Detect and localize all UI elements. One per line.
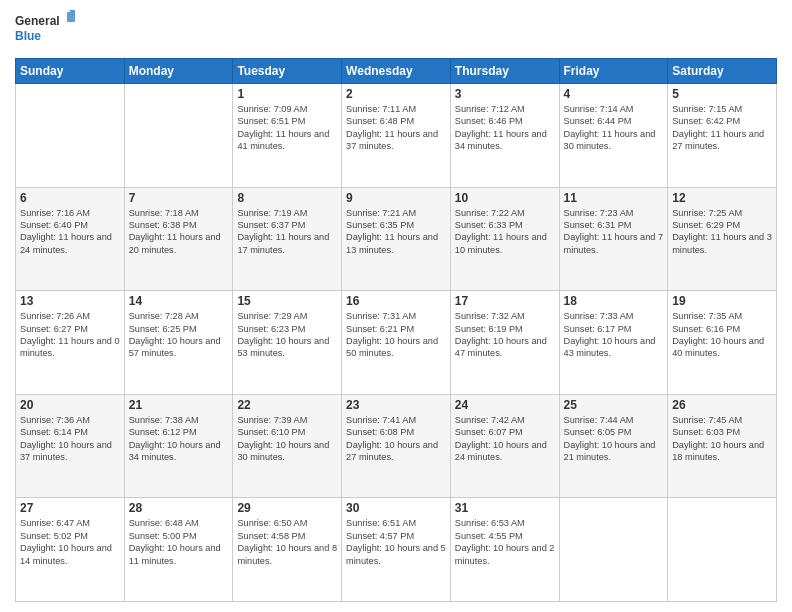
header: General Blue xyxy=(15,10,777,50)
day-number: 30 xyxy=(346,501,446,515)
day-info: Sunrise: 6:53 AM Sunset: 4:55 PM Dayligh… xyxy=(455,517,555,567)
day-info: Sunrise: 7:29 AM Sunset: 6:23 PM Dayligh… xyxy=(237,310,337,360)
day-number: 2 xyxy=(346,87,446,101)
calendar-week-4: 20Sunrise: 7:36 AM Sunset: 6:14 PM Dayli… xyxy=(16,394,777,498)
day-number: 28 xyxy=(129,501,229,515)
day-number: 24 xyxy=(455,398,555,412)
day-info: Sunrise: 7:35 AM Sunset: 6:16 PM Dayligh… xyxy=(672,310,772,360)
calendar-cell: 29Sunrise: 6:50 AM Sunset: 4:58 PM Dayli… xyxy=(233,498,342,602)
day-info: Sunrise: 7:12 AM Sunset: 6:46 PM Dayligh… xyxy=(455,103,555,153)
calendar-cell: 19Sunrise: 7:35 AM Sunset: 6:16 PM Dayli… xyxy=(668,291,777,395)
day-number: 26 xyxy=(672,398,772,412)
day-info: Sunrise: 7:42 AM Sunset: 6:07 PM Dayligh… xyxy=(455,414,555,464)
weekday-header-saturday: Saturday xyxy=(668,59,777,84)
weekday-header-thursday: Thursday xyxy=(450,59,559,84)
logo: General Blue xyxy=(15,10,75,50)
calendar-cell: 2Sunrise: 7:11 AM Sunset: 6:48 PM Daylig… xyxy=(342,84,451,188)
page: General Blue SundayMondayTuesdayWednesda… xyxy=(0,0,792,612)
day-info: Sunrise: 7:39 AM Sunset: 6:10 PM Dayligh… xyxy=(237,414,337,464)
calendar-cell: 24Sunrise: 7:42 AM Sunset: 6:07 PM Dayli… xyxy=(450,394,559,498)
calendar-cell: 6Sunrise: 7:16 AM Sunset: 6:40 PM Daylig… xyxy=(16,187,125,291)
day-info: Sunrise: 7:23 AM Sunset: 6:31 PM Dayligh… xyxy=(564,207,664,257)
day-number: 29 xyxy=(237,501,337,515)
day-info: Sunrise: 7:33 AM Sunset: 6:17 PM Dayligh… xyxy=(564,310,664,360)
day-info: Sunrise: 7:25 AM Sunset: 6:29 PM Dayligh… xyxy=(672,207,772,257)
day-info: Sunrise: 7:21 AM Sunset: 6:35 PM Dayligh… xyxy=(346,207,446,257)
day-number: 6 xyxy=(20,191,120,205)
day-number: 18 xyxy=(564,294,664,308)
day-number: 3 xyxy=(455,87,555,101)
day-info: Sunrise: 6:48 AM Sunset: 5:00 PM Dayligh… xyxy=(129,517,229,567)
calendar-cell: 5Sunrise: 7:15 AM Sunset: 6:42 PM Daylig… xyxy=(668,84,777,188)
calendar-cell: 14Sunrise: 7:28 AM Sunset: 6:25 PM Dayli… xyxy=(124,291,233,395)
calendar-cell: 1Sunrise: 7:09 AM Sunset: 6:51 PM Daylig… xyxy=(233,84,342,188)
weekday-header-sunday: Sunday xyxy=(16,59,125,84)
day-number: 15 xyxy=(237,294,337,308)
day-number: 20 xyxy=(20,398,120,412)
calendar-cell: 30Sunrise: 6:51 AM Sunset: 4:57 PM Dayli… xyxy=(342,498,451,602)
day-info: Sunrise: 7:31 AM Sunset: 6:21 PM Dayligh… xyxy=(346,310,446,360)
day-info: Sunrise: 6:50 AM Sunset: 4:58 PM Dayligh… xyxy=(237,517,337,567)
calendar-cell: 12Sunrise: 7:25 AM Sunset: 6:29 PM Dayli… xyxy=(668,187,777,291)
day-info: Sunrise: 7:45 AM Sunset: 6:03 PM Dayligh… xyxy=(672,414,772,464)
day-number: 21 xyxy=(129,398,229,412)
calendar-cell: 20Sunrise: 7:36 AM Sunset: 6:14 PM Dayli… xyxy=(16,394,125,498)
calendar-cell: 17Sunrise: 7:32 AM Sunset: 6:19 PM Dayli… xyxy=(450,291,559,395)
calendar-cell xyxy=(668,498,777,602)
calendar-cell: 15Sunrise: 7:29 AM Sunset: 6:23 PM Dayli… xyxy=(233,291,342,395)
day-info: Sunrise: 7:19 AM Sunset: 6:37 PM Dayligh… xyxy=(237,207,337,257)
calendar-cell: 25Sunrise: 7:44 AM Sunset: 6:05 PM Dayli… xyxy=(559,394,668,498)
day-number: 13 xyxy=(20,294,120,308)
calendar-cell xyxy=(16,84,125,188)
day-info: Sunrise: 7:18 AM Sunset: 6:38 PM Dayligh… xyxy=(129,207,229,257)
calendar-cell: 7Sunrise: 7:18 AM Sunset: 6:38 PM Daylig… xyxy=(124,187,233,291)
weekday-header-wednesday: Wednesday xyxy=(342,59,451,84)
day-info: Sunrise: 7:26 AM Sunset: 6:27 PM Dayligh… xyxy=(20,310,120,360)
day-info: Sunrise: 7:16 AM Sunset: 6:40 PM Dayligh… xyxy=(20,207,120,257)
calendar-cell: 31Sunrise: 6:53 AM Sunset: 4:55 PM Dayli… xyxy=(450,498,559,602)
calendar-cell: 16Sunrise: 7:31 AM Sunset: 6:21 PM Dayli… xyxy=(342,291,451,395)
calendar-cell: 9Sunrise: 7:21 AM Sunset: 6:35 PM Daylig… xyxy=(342,187,451,291)
day-number: 4 xyxy=(564,87,664,101)
calendar-cell: 3Sunrise: 7:12 AM Sunset: 6:46 PM Daylig… xyxy=(450,84,559,188)
day-info: Sunrise: 7:15 AM Sunset: 6:42 PM Dayligh… xyxy=(672,103,772,153)
calendar-cell: 8Sunrise: 7:19 AM Sunset: 6:37 PM Daylig… xyxy=(233,187,342,291)
svg-text:Blue: Blue xyxy=(15,29,41,43)
calendar-week-1: 1Sunrise: 7:09 AM Sunset: 6:51 PM Daylig… xyxy=(16,84,777,188)
day-number: 9 xyxy=(346,191,446,205)
day-number: 22 xyxy=(237,398,337,412)
day-number: 10 xyxy=(455,191,555,205)
weekday-header-friday: Friday xyxy=(559,59,668,84)
day-info: Sunrise: 7:36 AM Sunset: 6:14 PM Dayligh… xyxy=(20,414,120,464)
day-info: Sunrise: 7:14 AM Sunset: 6:44 PM Dayligh… xyxy=(564,103,664,153)
day-number: 23 xyxy=(346,398,446,412)
weekday-header-row: SundayMondayTuesdayWednesdayThursdayFrid… xyxy=(16,59,777,84)
day-number: 27 xyxy=(20,501,120,515)
weekday-header-tuesday: Tuesday xyxy=(233,59,342,84)
svg-text:General: General xyxy=(15,14,60,28)
calendar-cell: 23Sunrise: 7:41 AM Sunset: 6:08 PM Dayli… xyxy=(342,394,451,498)
day-info: Sunrise: 7:38 AM Sunset: 6:12 PM Dayligh… xyxy=(129,414,229,464)
calendar-week-3: 13Sunrise: 7:26 AM Sunset: 6:27 PM Dayli… xyxy=(16,291,777,395)
calendar-cell xyxy=(124,84,233,188)
day-number: 7 xyxy=(129,191,229,205)
day-number: 19 xyxy=(672,294,772,308)
day-number: 5 xyxy=(672,87,772,101)
day-info: Sunrise: 7:09 AM Sunset: 6:51 PM Dayligh… xyxy=(237,103,337,153)
day-number: 16 xyxy=(346,294,446,308)
calendar-cell: 18Sunrise: 7:33 AM Sunset: 6:17 PM Dayli… xyxy=(559,291,668,395)
day-number: 11 xyxy=(564,191,664,205)
day-number: 8 xyxy=(237,191,337,205)
day-number: 31 xyxy=(455,501,555,515)
calendar-cell: 11Sunrise: 7:23 AM Sunset: 6:31 PM Dayli… xyxy=(559,187,668,291)
calendar-cell xyxy=(559,498,668,602)
calendar-cell: 28Sunrise: 6:48 AM Sunset: 5:00 PM Dayli… xyxy=(124,498,233,602)
day-info: Sunrise: 6:51 AM Sunset: 4:57 PM Dayligh… xyxy=(346,517,446,567)
day-info: Sunrise: 7:44 AM Sunset: 6:05 PM Dayligh… xyxy=(564,414,664,464)
calendar-week-5: 27Sunrise: 6:47 AM Sunset: 5:02 PM Dayli… xyxy=(16,498,777,602)
calendar-table: SundayMondayTuesdayWednesdayThursdayFrid… xyxy=(15,58,777,602)
day-number: 1 xyxy=(237,87,337,101)
weekday-header-monday: Monday xyxy=(124,59,233,84)
day-info: Sunrise: 7:32 AM Sunset: 6:19 PM Dayligh… xyxy=(455,310,555,360)
calendar-cell: 26Sunrise: 7:45 AM Sunset: 6:03 PM Dayli… xyxy=(668,394,777,498)
